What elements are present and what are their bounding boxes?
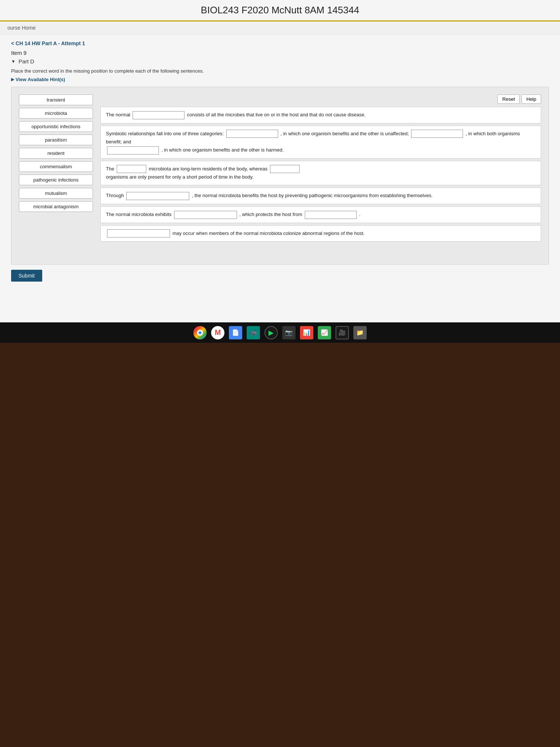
s3-text1: The <box>106 166 116 172</box>
word-resident[interactable]: resident <box>19 148 93 159</box>
play-icon[interactable]: ▶ <box>264 326 278 339</box>
sentence-5: The normal microbiota exhibits , which p… <box>100 206 541 223</box>
sentence-3: The microbiota are long-term residents o… <box>100 161 541 186</box>
reset-button[interactable]: Reset <box>497 94 520 104</box>
word-bank: transient microbiota opportunistic infec… <box>19 94 93 257</box>
main-content: < CH 14 HW Part A - Attempt 1 Item 9 ▼ P… <box>0 34 560 322</box>
top-controls: Reset Help <box>100 94 541 104</box>
s5-text3: . <box>359 212 360 217</box>
sentence-1: The normal consists of all the microbes … <box>100 107 541 123</box>
word-mutualism[interactable]: mutualism <box>19 188 93 199</box>
part-header: ▼ Part D <box>11 58 549 64</box>
drag-drop-container: transient microbiota opportunistic infec… <box>11 87 549 265</box>
nav-bar: ourse Home <box>0 21 560 34</box>
s2-blank1[interactable] <box>226 130 278 138</box>
s2-text4: , in which one organism benefits and the… <box>161 147 284 153</box>
part-label: Part D <box>19 58 34 64</box>
s4-text1: Through <box>106 193 125 198</box>
breadcrumb-link[interactable]: < CH 14 HW Part A - Attempt 1 <box>11 40 85 46</box>
course-home-link[interactable]: ourse Home <box>7 25 36 31</box>
word-opportunistic-infections[interactable]: opportunistic infections <box>19 121 93 132</box>
hint-link[interactable]: ▶ View Available Hint(s) <box>11 77 549 82</box>
s1-text2: consists of all the microbes that live o… <box>187 112 366 117</box>
s2-text1: Symbiotic relationships fall into one of… <box>106 131 225 136</box>
s6-blank1[interactable] <box>107 229 170 238</box>
camera-icon[interactable]: 📷 <box>282 326 296 339</box>
word-parasitism[interactable]: parasitism <box>19 135 93 145</box>
slides-icon[interactable]: 📊 <box>300 326 313 339</box>
sentences-area: Reset Help The normal consists of all th… <box>100 94 541 257</box>
s1-blank1[interactable] <box>133 111 184 119</box>
meet-icon[interactable]: 📹 <box>247 326 260 339</box>
word-microbiota[interactable]: microbiota <box>19 108 93 119</box>
s3-text3: organisms are only present for only a sh… <box>106 174 254 180</box>
part-section: ▼ Part D Place the correct word in the m… <box>11 58 549 282</box>
header-title: BIOL243 F2020 McNutt 8AM 145344 <box>201 4 359 16</box>
s5-text2: , which protects the host from <box>239 212 303 217</box>
docs-icon[interactable]: 📄 <box>229 326 242 339</box>
bottom-area <box>0 343 560 747</box>
word-commensalism[interactable]: commensalism <box>19 161 93 172</box>
instructions-text: Place the correct word in the missing po… <box>11 68 549 74</box>
word-transient[interactable]: transient <box>19 94 93 105</box>
s5-blank2[interactable] <box>305 211 357 219</box>
s1-text1: The normal <box>106 112 131 117</box>
sheets-icon[interactable]: 📈 <box>318 326 331 339</box>
files-icon[interactable]: 📁 <box>353 326 367 339</box>
video-call-icon[interactable]: 🎥 <box>336 326 349 339</box>
s3-blank2[interactable] <box>270 165 300 173</box>
sentence-6: may occur when members of the normal mic… <box>100 225 541 242</box>
collapse-arrow-icon[interactable]: ▼ <box>11 59 16 64</box>
s3-blank1[interactable] <box>117 165 146 173</box>
taskbar: M 📄 📹 ▶ 📷 📊 📈 🎥 📁 <box>0 322 560 343</box>
gmail-icon[interactable]: M <box>211 326 224 339</box>
header-bar: BIOL243 F2020 McNutt 8AM 145344 <box>0 0 560 21</box>
s4-text2: , the normal microbiota benefits the hos… <box>192 193 433 198</box>
item-label: Item 9 <box>11 50 549 56</box>
s2-blank2[interactable] <box>411 130 463 138</box>
sentence-2: Symbiotic relationships fall into one of… <box>100 126 541 159</box>
help-button[interactable]: Help <box>521 94 541 104</box>
s2-text2: , in which one organism benefits and the… <box>280 131 410 136</box>
s5-blank1[interactable] <box>174 211 237 219</box>
submit-button[interactable]: Submit <box>11 270 42 282</box>
hint-arrow-icon: ▶ <box>11 77 14 82</box>
s2-blank3[interactable] <box>107 146 159 155</box>
hint-link-label: View Available Hint(s) <box>16 77 65 82</box>
chrome-icon[interactable] <box>193 326 207 339</box>
word-pathogenic-infections[interactable]: pathogenic infections <box>19 175 93 185</box>
s3-text2: microbiota are long-term residents of th… <box>149 166 269 172</box>
sentence-4: Through , the normal microbiota benefits… <box>100 187 541 204</box>
s4-blank1[interactable] <box>126 192 189 200</box>
s6-text1: may occur when members of the normal mic… <box>173 230 365 236</box>
word-microbial-antagonism[interactable]: microbial antagonism <box>19 201 93 212</box>
s5-text1: The normal microbiota exhibits <box>106 212 173 217</box>
